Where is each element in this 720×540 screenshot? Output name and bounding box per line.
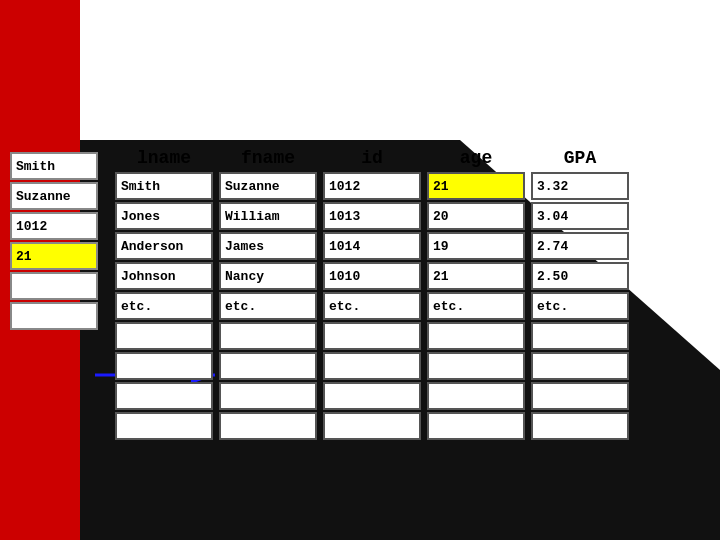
array-header-0: lname [115,148,213,168]
array-cell-4-8 [531,412,629,440]
array-cell-4-1: 3.04 [531,202,629,230]
array-cell-2-4: etc. [323,292,421,320]
array-cell-2-7 [323,382,421,410]
array-cell-4-6 [531,352,629,380]
array-cell-0-4: etc. [115,292,213,320]
array-cell-2-5 [323,322,421,350]
array-cell-2-2: 1014 [323,232,421,260]
array-header-3: age [427,148,525,168]
array-cell-4-5 [531,322,629,350]
array-cell-1-1: William [219,202,317,230]
array-col-4: GPA3.323.042.742.50etc. [531,148,629,442]
array-cell-3-5 [427,322,525,350]
temp-cell-3: 21 [10,242,98,270]
array-cell-2-8 [323,412,421,440]
array-cell-3-6 [427,352,525,380]
array-cell-3-4: etc. [427,292,525,320]
array-col-3: age21201921etc. [427,148,525,442]
array-cell-4-3: 2.50 [531,262,629,290]
array-cell-0-6 [115,352,213,380]
array-cell-0-2: Anderson [115,232,213,260]
array-cell-1-8 [219,412,317,440]
array-header-4: GPA [531,148,629,168]
array-cell-3-3: 21 [427,262,525,290]
arrays-container: lnameSmithJonesAndersonJohnsonetc.fnameS… [115,148,629,442]
array-cell-1-2: James [219,232,317,260]
array-cell-0-7 [115,382,213,410]
array-cell-4-7 [531,382,629,410]
temp-cell-4 [10,272,98,300]
temp-column: SmithSuzanne101221 [10,148,110,332]
array-cell-4-0: 3.32 [531,172,629,200]
array-cell-1-3: Nancy [219,262,317,290]
array-cell-2-0: 1012 [323,172,421,200]
array-cell-1-7 [219,382,317,410]
array-cell-3-2: 19 [427,232,525,260]
array-cell-4-2: 2.74 [531,232,629,260]
array-cell-3-1: 20 [427,202,525,230]
array-cell-2-1: 1013 [323,202,421,230]
array-cell-3-8 [427,412,525,440]
array-col-0: lnameSmithJonesAndersonJohnsonetc. [115,148,213,442]
array-cell-0-3: Johnson [115,262,213,290]
temp-cells-container: SmithSuzanne101221 [10,152,110,330]
array-cell-3-7 [427,382,525,410]
array-cell-0-1: Jones [115,202,213,230]
array-cell-2-6 [323,352,421,380]
bg-white-top [0,0,720,130]
temp-cell-5 [10,302,98,330]
array-cell-1-0: Suzanne [219,172,317,200]
array-col-2: id1012101310141010etc. [323,148,421,442]
array-col-1: fnameSuzanneWilliamJamesNancyetc. [219,148,317,442]
array-cell-1-5 [219,322,317,350]
array-cell-0-8 [115,412,213,440]
array-cell-1-4: etc. [219,292,317,320]
array-cell-0-5 [115,322,213,350]
temp-cell-1: Suzanne [10,182,98,210]
array-cell-2-3: 1010 [323,262,421,290]
array-header-1: fname [219,148,317,168]
array-cell-4-4: etc. [531,292,629,320]
array-cell-0-0: Smith [115,172,213,200]
array-cell-3-0: 21 [427,172,525,200]
array-cell-1-6 [219,352,317,380]
array-header-2: id [323,148,421,168]
temp-cell-0: Smith [10,152,98,180]
temp-cell-2: 1012 [10,212,98,240]
